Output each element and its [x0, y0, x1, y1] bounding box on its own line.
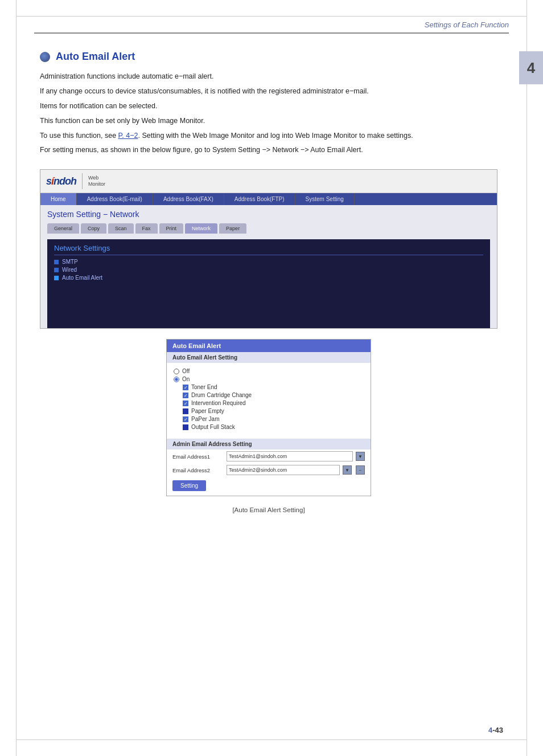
cb-paper-jam-box	[183, 416, 188, 422]
wm-page-title: System Setting − Network	[47, 210, 490, 219]
cb-toner-end[interactable]: Toner End	[183, 384, 364, 390]
header-title: Settings of Each Function	[34, 21, 509, 34]
dialog-outer: Auto Email Alert Auto Email Alert Settin…	[40, 339, 497, 496]
dialog-footer: Setting	[167, 477, 371, 496]
wm-nav-system[interactable]: System Setting	[295, 193, 355, 205]
radio-on-dot	[174, 377, 179, 382]
cb-output-full[interactable]: Output Full Stack	[183, 424, 364, 430]
main-content: Auto Email Alert Administration function…	[0, 51, 543, 513]
radio-on-label: On	[182, 376, 190, 382]
email-row-1: Email Address1 ▼	[167, 449, 371, 463]
wired-icon	[54, 268, 59, 272]
web-monitor-screenshot: síndoh Web Monitor Home Address Book(E-m…	[40, 169, 497, 329]
wm-menu-smtp[interactable]: SMTP	[54, 259, 483, 265]
email-label-1: Email Address1	[172, 453, 224, 460]
wm-logo: síndoh	[46, 175, 76, 187]
cb-paper-empty[interactable]: Paper Empty	[183, 408, 364, 414]
para-4: This function can be set only by Web Ima…	[40, 115, 497, 128]
caption: [Auto Email Alert Setting]	[40, 506, 497, 513]
section-title: Auto Email Alert	[56, 51, 135, 63]
email-input-2[interactable]	[227, 465, 340, 475]
wm-tab-scan[interactable]: Scan	[108, 223, 134, 234]
wm-menu-auto-email[interactable]: Auto Email Alert	[54, 275, 483, 281]
para-1: Administration functions include automat…	[40, 71, 497, 83]
wm-menu-wired[interactable]: Wired	[54, 267, 483, 273]
dialog-title-bar: Auto Email Alert	[167, 340, 371, 352]
email-row-2: Email Address2 ▼ −	[167, 463, 371, 477]
radio-on-row[interactable]: On	[174, 376, 364, 382]
wm-nav-email[interactable]: Address Book(E-mail)	[77, 193, 153, 205]
email-input-1[interactable]	[227, 451, 353, 461]
wm-tab-print[interactable]: Print	[159, 223, 184, 234]
cb-drum[interactable]: Drum Cartridge Change	[183, 392, 364, 398]
email-btn-2b[interactable]: −	[356, 465, 365, 475]
dialog-box: Auto Email Alert Auto Email Alert Settin…	[166, 339, 371, 496]
dialog-section-header: Auto Email Alert Setting	[167, 352, 371, 363]
para-6: For setting menus, as shown in the below…	[40, 144, 497, 157]
page-header: Settings of Each Function	[0, 0, 543, 34]
auto-email-icon	[54, 276, 59, 280]
radio-off-dot	[174, 369, 179, 374]
page-border-bottom	[16, 739, 527, 740]
radio-off-row[interactable]: Off	[174, 368, 364, 374]
wm-header: síndoh Web Monitor	[40, 170, 497, 193]
cb-drum-box	[183, 393, 188, 398]
cb-intervention-box	[183, 401, 188, 406]
para-3: Items for notification can be selected.	[40, 100, 497, 113]
page-border-right	[526, 0, 527, 756]
section-heading: Auto Email Alert	[40, 51, 497, 63]
cb-paper-empty-box	[183, 408, 188, 414]
radio-off-label: Off	[182, 368, 190, 374]
wm-section-title: Network Settings	[54, 244, 483, 255]
wm-content: System Setting − Network General Copy Sc…	[40, 205, 497, 328]
page-link[interactable]: P. 4−2	[118, 132, 138, 140]
email-section-header: Admin Email Address Setting	[167, 439, 371, 449]
wm-nav-ftp[interactable]: Address Book(FTP)	[224, 193, 295, 205]
wm-tab-paper[interactable]: Paper	[219, 223, 246, 234]
para-5: To use this function, see P. 4−2. Settin…	[40, 130, 497, 142]
page-footer: 4-43	[488, 726, 503, 734]
wm-tab-copy[interactable]: Copy	[81, 223, 106, 234]
page-border-left	[16, 0, 17, 756]
setting-button[interactable]: Setting	[172, 480, 206, 491]
cb-output-full-box	[183, 424, 188, 430]
para-2: If any change occurs to device status/co…	[40, 85, 497, 98]
wm-tab-fax[interactable]: Fax	[135, 223, 158, 234]
smtp-icon	[54, 260, 59, 264]
wm-nav: Home Address Book(E-mail) Address Book(F…	[40, 193, 497, 205]
wm-tab-general[interactable]: General	[47, 223, 79, 234]
wm-section: Network Settings SMTP Wired Auto Email A…	[47, 239, 490, 328]
wm-nav-home[interactable]: Home	[40, 193, 77, 205]
email-btn-2a[interactable]: ▼	[343, 465, 352, 475]
email-label-2: Email Address2	[172, 467, 224, 473]
wm-subtitle: Web Monitor	[88, 175, 105, 187]
chapter-tab: 4	[519, 51, 543, 84]
email-btn-1[interactable]: ▼	[356, 452, 365, 461]
section-icon	[40, 52, 50, 62]
wm-nav-fax[interactable]: Address Book(FAX)	[153, 193, 224, 205]
wm-tabs: General Copy Scan Fax Print Network Pape…	[47, 223, 490, 234]
wm-tab-network[interactable]: Network	[185, 223, 217, 234]
page-number-suffix: -43	[492, 726, 503, 734]
cb-paper-jam[interactable]: PaPer Jam	[183, 416, 364, 422]
wm-logo-divider	[82, 173, 83, 189]
dialog-body: Off On Toner End Drum Cartridge Change	[167, 363, 371, 435]
cb-toner-end-box	[183, 385, 188, 390]
cb-intervention[interactable]: Intervention Required	[183, 400, 364, 406]
